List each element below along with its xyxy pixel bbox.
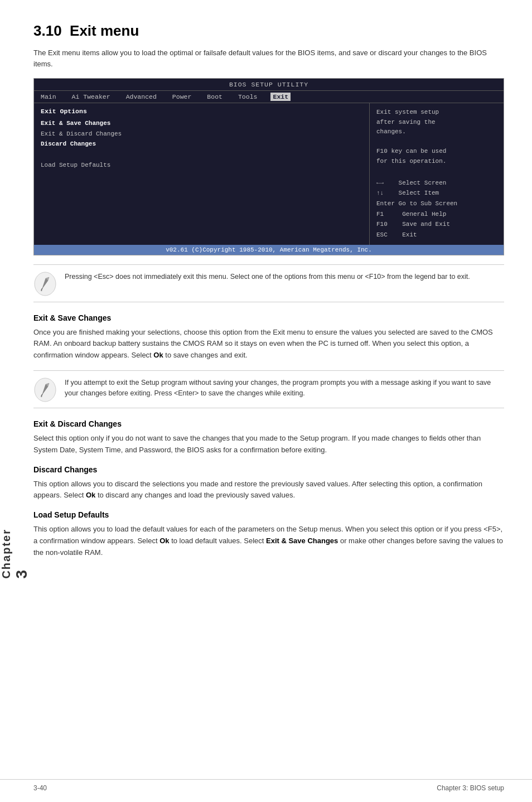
subsection-discard-changes: Discard Changes This option allows you t… <box>33 465 504 502</box>
bios-legend-exit: ESC Exit <box>376 230 497 240</box>
pen-icon <box>33 272 57 295</box>
bios-nav-main[interactable]: Main <box>38 93 59 101</box>
pen-icon-2 <box>33 378 57 401</box>
main-content: 3.10 Exit menu The Exit menu items allow… <box>17 0 532 802</box>
bios-nav: Main Ai Tweaker Advanced Power Boot Tool… <box>34 91 504 103</box>
subsection-exit-save: Exit & Save Changes Once you are finishe… <box>33 313 504 361</box>
subsection-exit-discard-title: Exit & Discard Changes <box>33 419 504 428</box>
page-number: 3-40 <box>33 784 47 792</box>
subsection-discard-body: This option allows you to discard the se… <box>33 479 504 502</box>
chapter-text: Chapter <box>0 529 12 579</box>
note-2-text: If you attempt to exit the Setup program… <box>65 378 504 399</box>
page-footer: 3-40 Chapter 3: BIOS setup <box>0 779 532 796</box>
bios-nav-boot[interactable]: Boot <box>205 93 225 101</box>
subsection-exit-save-body: Once you are finished making your select… <box>33 327 504 361</box>
subsection-load-defaults: Load Setup Defaults This option allows y… <box>33 510 504 558</box>
subsection-discard-title: Discard Changes <box>33 465 504 474</box>
bios-menu-exit-save[interactable]: Exit & Save Changes <box>41 118 362 129</box>
bios-left-title: Exit Options <box>41 108 362 115</box>
section-title: 3.10 Exit menu <box>33 22 504 40</box>
footer-chapter: Chapter 3: BIOS setup <box>437 784 504 792</box>
subsection-load-title: Load Setup Defaults <box>33 510 504 519</box>
bios-menu-discard[interactable]: Discard Changes <box>41 139 362 149</box>
bios-body: Exit Options Exit & Save Changes Exit & … <box>34 103 504 245</box>
note-box-1: Pressing <Esc> does not immediately exit… <box>33 264 504 302</box>
note-box-2: If you attempt to exit the Setup program… <box>33 370 504 408</box>
bios-right-info: Exit system setup after saving the chang… <box>376 108 497 167</box>
intro-text: The Exit menu items allow you to load th… <box>33 47 504 69</box>
bios-nav-aitweaker[interactable]: Ai Tweaker <box>70 93 113 101</box>
bios-nav-exit[interactable]: Exit <box>270 93 291 101</box>
bios-footer: v02.61 (C)Copyright 1985-2010, American … <box>34 245 504 255</box>
bios-nav-power[interactable]: Power <box>170 93 194 101</box>
chapter-sidebar: Chapter 3 <box>0 0 17 802</box>
bios-header: BIOS SETUP UTILITY <box>34 79 504 91</box>
subsection-exit-discard: Exit & Discard Changes Select this optio… <box>33 419 504 456</box>
bios-legend-help: F1 General Help <box>376 209 497 220</box>
bios-legend-screen: ←→ Select Screen <box>376 178 497 189</box>
bios-right-panel: Exit system setup after saving the chang… <box>370 103 504 245</box>
subsection-exit-discard-body: Select this option only if you do not wa… <box>33 433 504 456</box>
bios-box: BIOS SETUP UTILITY Main Ai Tweaker Advan… <box>33 78 504 255</box>
subsection-load-body: This option allows you to load the defau… <box>33 524 504 558</box>
chapter-number: 3 <box>13 569 30 579</box>
bios-nav-tools[interactable]: Tools <box>236 93 260 101</box>
bios-menu-spacer <box>41 149 362 160</box>
note-1-text: Pressing <Esc> does not immediately exit… <box>65 272 470 282</box>
bios-left-panel: Exit Options Exit & Save Changes Exit & … <box>34 103 370 245</box>
bios-legend-save: F10 Save and Exit <box>376 219 497 230</box>
bios-legend-sub: Enter Go to Sub Screen <box>376 199 497 209</box>
subsection-exit-save-title: Exit & Save Changes <box>33 313 504 322</box>
bios-legend: ←→ Select Screen ↑↓ Select Item Enter Go… <box>376 178 497 240</box>
bios-menu-exit-discard[interactable]: Exit & Discard Changes <box>41 129 362 139</box>
chapter-label: Chapter 3 <box>0 529 31 579</box>
bios-menu-load-defaults[interactable]: Load Setup Defaults <box>41 160 362 171</box>
bios-legend-item: ↑↓ Select Item <box>376 188 497 199</box>
bios-nav-advanced[interactable]: Advanced <box>124 93 159 101</box>
